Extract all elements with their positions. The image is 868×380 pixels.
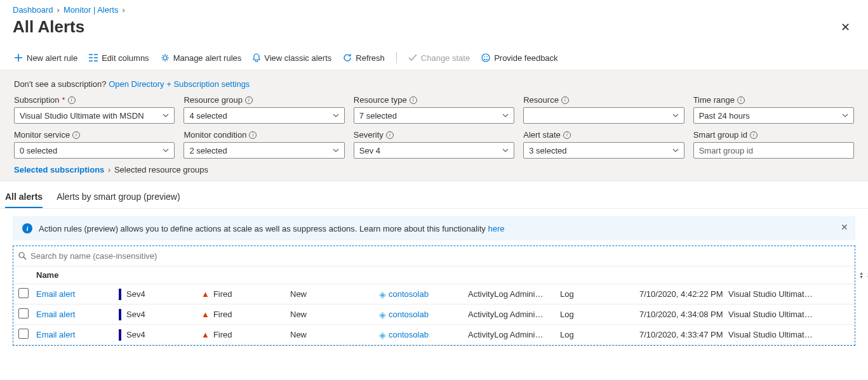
close-icon[interactable]: ✕ bbox=[836, 18, 855, 37]
monitor-service-label: Monitor service i bbox=[14, 130, 175, 140]
edit-columns-button[interactable]: Edit columns bbox=[89, 53, 149, 63]
check-icon bbox=[408, 54, 417, 62]
chevron-down-icon bbox=[333, 147, 339, 154]
info-icon: i bbox=[22, 223, 32, 233]
signal-type-text: Log bbox=[560, 330, 639, 339]
severity-bar-icon bbox=[119, 289, 121, 300]
fired-time-text: 7/10/2020, 4:34:08 PM bbox=[639, 310, 728, 319]
alerts-grid: Name▲▼ Severity▲▼ Monitor conditi…▲▼ Ale… bbox=[13, 246, 855, 346]
tabs: All alerts Alerts by smart group (previe… bbox=[0, 181, 868, 209]
col-name[interactable]: Name bbox=[36, 270, 58, 280]
resource-link[interactable]: contosolab bbox=[389, 330, 429, 339]
row-checkbox[interactable] bbox=[18, 288, 29, 298]
chevron-down-icon bbox=[163, 112, 169, 119]
command-bar: New alert rule Edit columns Manage alert… bbox=[0, 46, 868, 70]
breadcrumb: Dashboard › Monitor | Alerts › bbox=[0, 0, 868, 17]
gear-icon bbox=[161, 53, 170, 62]
alert-state-label: Alert state i bbox=[523, 130, 684, 140]
severity-bar-icon bbox=[119, 329, 121, 341]
alert-state-dropdown[interactable]: 3 selected bbox=[523, 142, 684, 159]
alert-name-link[interactable]: Email alert bbox=[36, 330, 75, 339]
warning-icon: ▲ bbox=[201, 330, 210, 339]
subscription-text: Visual Studio Ultimat… bbox=[728, 310, 850, 319]
table-row[interactable]: Email alert Sev4 ▲Fired New ◈contosolab … bbox=[13, 305, 855, 325]
time-range-label: Time range i bbox=[693, 95, 854, 105]
smart-group-id-label: Smart group id i bbox=[693, 130, 854, 140]
row-checkbox[interactable] bbox=[18, 308, 29, 318]
chevron-down-icon bbox=[163, 147, 169, 154]
warning-icon: ▲ bbox=[201, 289, 210, 299]
chevron-down-icon bbox=[672, 147, 679, 154]
monitor-service-text: ActivityLog Admini… bbox=[468, 310, 560, 319]
time-range-dropdown[interactable]: Past 24 hours bbox=[693, 107, 854, 124]
info-icon[interactable]: i bbox=[68, 96, 76, 104]
monitor-service-dropdown[interactable]: 0 selected bbox=[14, 142, 175, 159]
info-banner: i Action rules (preview) allows you to d… bbox=[13, 216, 855, 240]
selection-breadcrumb: Selected subscriptions › Selected resour… bbox=[14, 165, 854, 174]
table-row[interactable]: Email alert Sev4 ▲Fired New ◈contosolab … bbox=[13, 325, 855, 345]
resource-group-dropdown[interactable]: 4 selected bbox=[184, 107, 344, 124]
breadcrumb-dashboard[interactable]: Dashboard bbox=[13, 5, 53, 15]
info-icon[interactable]: i bbox=[750, 131, 758, 139]
tab-alerts-by-smart-group[interactable]: Alerts by smart group (preview) bbox=[57, 188, 180, 208]
severity-label: Severity i bbox=[354, 130, 514, 140]
subscription-text: Visual Studio Ultimat… bbox=[728, 330, 850, 339]
severity-dropdown[interactable]: Sev 4 bbox=[354, 142, 514, 159]
info-icon[interactable]: i bbox=[410, 96, 417, 104]
smart-group-id-input[interactable]: Smart group id bbox=[693, 142, 854, 159]
dismiss-banner-button[interactable]: ✕ bbox=[841, 222, 848, 232]
info-icon[interactable]: i bbox=[563, 131, 571, 139]
info-icon[interactable]: i bbox=[561, 96, 569, 104]
columns-icon bbox=[89, 54, 98, 62]
open-directory-link[interactable]: Open Directory + Subscription settings bbox=[109, 79, 250, 89]
new-alert-rule-button[interactable]: New alert rule bbox=[14, 53, 77, 63]
info-icon[interactable]: i bbox=[737, 96, 745, 104]
alert-name-link[interactable]: Email alert bbox=[36, 310, 75, 319]
provide-feedback-button[interactable]: Provide feedback bbox=[481, 53, 558, 63]
severity-text: Sev4 bbox=[126, 289, 145, 299]
alert-state-text: New bbox=[290, 330, 379, 339]
refresh-button[interactable]: Refresh bbox=[343, 53, 385, 63]
row-checkbox[interactable] bbox=[18, 329, 29, 339]
monitor-condition-text: Fired bbox=[213, 330, 232, 339]
resource-dropdown[interactable] bbox=[523, 107, 684, 124]
subscription-dropdown[interactable]: Visual Studio Ultimate with MSDN bbox=[14, 107, 175, 124]
severity-text: Sev4 bbox=[126, 310, 145, 319]
chevron-down-icon bbox=[502, 147, 509, 154]
severity-text: Sev4 bbox=[126, 330, 145, 339]
svg-point-0 bbox=[163, 56, 167, 60]
manage-alert-rules-button[interactable]: Manage alert rules bbox=[161, 53, 242, 63]
monitor-condition-dropdown[interactable]: 2 selected bbox=[184, 142, 344, 159]
monitor-condition-text: Fired bbox=[213, 289, 232, 299]
resource-link[interactable]: contosolab bbox=[389, 310, 429, 319]
breadcrumb-monitor-alerts[interactable]: Monitor | Alerts bbox=[63, 5, 118, 15]
search-input[interactable] bbox=[30, 249, 850, 263]
bell-icon bbox=[253, 53, 260, 62]
info-icon[interactable]: i bbox=[249, 131, 257, 139]
tab-all-alerts[interactable]: All alerts bbox=[5, 188, 43, 208]
monitor-service-text: ActivityLog Admini… bbox=[468, 289, 560, 299]
table-row[interactable]: Email alert Sev4 ▲Fired New ◈contosolab … bbox=[13, 284, 855, 305]
info-banner-link[interactable]: here bbox=[488, 224, 504, 233]
monitor-condition-label: Monitor condition i bbox=[184, 130, 344, 140]
change-state-button: Change state bbox=[408, 53, 470, 63]
info-icon[interactable]: i bbox=[386, 131, 394, 139]
svg-point-3 bbox=[486, 56, 488, 58]
view-classic-alerts-button[interactable]: View classic alerts bbox=[253, 53, 331, 63]
chevron-down-icon bbox=[502, 112, 509, 119]
resource-link[interactable]: contosolab bbox=[389, 289, 429, 299]
resource-type-dropdown[interactable]: 7 selected bbox=[354, 107, 514, 124]
signal-type-text: Log bbox=[560, 310, 639, 319]
resource-label: Resource i bbox=[523, 95, 684, 105]
alert-state-text: New bbox=[290, 289, 379, 299]
alert-name-link[interactable]: Email alert bbox=[36, 289, 75, 299]
subscription-text: Visual Studio Ultimat… bbox=[728, 289, 850, 299]
resource-group-label: Resource group i bbox=[184, 95, 344, 105]
chevron-right-icon: › bbox=[57, 5, 60, 15]
info-icon[interactable]: i bbox=[245, 96, 253, 104]
sort-icon[interactable]: ▲▼ bbox=[859, 272, 867, 279]
table-header: Name▲▼ Severity▲▼ Monitor conditi…▲▼ Ale… bbox=[13, 266, 855, 284]
selected-subscriptions-link[interactable]: Selected subscriptions bbox=[14, 165, 104, 174]
selected-resource-groups-text: Selected resource groups bbox=[114, 165, 208, 174]
info-icon[interactable]: i bbox=[72, 131, 80, 139]
